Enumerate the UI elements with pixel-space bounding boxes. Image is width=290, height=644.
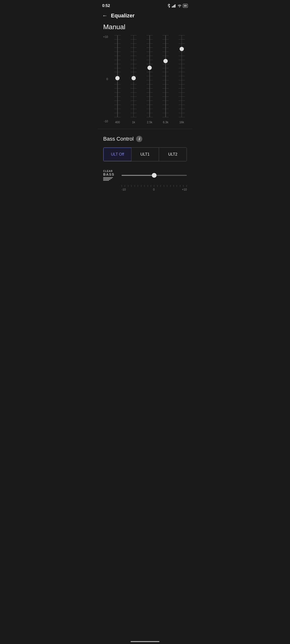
eq-slider-1k[interactable]: 1k (125, 33, 141, 125)
clear-bass-fill (121, 175, 154, 176)
eq-freq-400: 400 (115, 119, 120, 125)
slider-mid-label: 0 (153, 188, 155, 191)
eq-freq-6-3k: 6.3k (163, 119, 169, 125)
slider-max-label: +10 (182, 188, 187, 191)
eq-freq-2-5k: 2.5k (147, 119, 153, 125)
eq-y-labels: +10 0 -10 (100, 33, 109, 125)
eq-thumb-400[interactable] (115, 76, 120, 80)
eq-thumb-2-5k[interactable] (148, 66, 152, 70)
clear-bass-thumb[interactable] (152, 173, 157, 178)
eq-freq-1k: 1k (132, 119, 135, 125)
eq-thumb-6-3k[interactable] (163, 59, 168, 63)
svg-rect-3 (175, 4, 176, 8)
ult-button-group: ULT Off ULT1 ULT2 (103, 147, 187, 161)
header: ← Equalizer (98, 10, 192, 22)
status-bar: 0:52 89 (98, 0, 192, 10)
bass-control-section: Bass Control ℹ ULT Off ULT1 ULT2 CLEAR B… (98, 129, 192, 201)
clear-bass-slider[interactable] (121, 175, 187, 176)
home-indicator (130, 641, 160, 642)
clear-bass-section: CLEAR BASS (103, 170, 187, 196)
clear-bass-logo: CLEAR BASS (103, 170, 118, 181)
bass-header: Bass Control ℹ (103, 136, 187, 142)
info-icon[interactable]: ℹ (136, 136, 142, 142)
clear-text: CLEAR (103, 170, 113, 172)
svg-point-4 (179, 7, 180, 8)
eq-slider-2-5k[interactable]: 2.5k (141, 33, 158, 125)
svg-rect-0 (172, 6, 173, 8)
page-title: Equalizer (111, 12, 135, 19)
slider-labels: -10 0 +10 (121, 188, 187, 191)
slider-min-label: -10 (121, 188, 126, 191)
slider-ticks (121, 184, 187, 187)
bluetooth-icon (167, 4, 171, 8)
eq-slider-400[interactable]: 400 (109, 33, 125, 125)
svg-rect-2 (174, 5, 175, 8)
mode-label: Manual (98, 22, 192, 33)
ult1-button[interactable]: ULT1 (131, 148, 159, 161)
eq-thumb-16k[interactable] (180, 47, 184, 51)
ult2-button[interactable]: ULT2 (159, 148, 187, 161)
eq-sliders: 400 1k (109, 33, 190, 125)
ult-off-button[interactable]: ULT Off (103, 147, 131, 161)
clear-bass-row: CLEAR BASS (103, 170, 187, 181)
eq-y-mid: 0 (100, 78, 109, 81)
wifi-icon (177, 4, 182, 8)
eq-slider-6-3k[interactable]: 6.3k (158, 33, 174, 125)
back-button[interactable]: ← (102, 13, 107, 18)
status-icons: 89 (167, 4, 188, 8)
eq-container: +10 0 -10 (100, 33, 190, 125)
eq-freq-16k: 16k (179, 119, 184, 125)
eq-thumb-1k[interactable] (131, 76, 136, 80)
battery-icon: 89 (183, 4, 188, 8)
eq-slider-16k[interactable]: 16k (174, 33, 190, 125)
bass-control-title: Bass Control (103, 136, 134, 142)
eq-y-top: +10 (100, 35, 109, 38)
signal-icon (172, 4, 176, 8)
equalizer-section: +10 0 -10 (98, 33, 192, 129)
bass-text: BASS (103, 172, 114, 176)
bass-lines (103, 177, 113, 181)
eq-y-bot: -10 (100, 120, 109, 123)
status-time: 0:52 (102, 4, 110, 8)
svg-rect-1 (173, 6, 174, 8)
